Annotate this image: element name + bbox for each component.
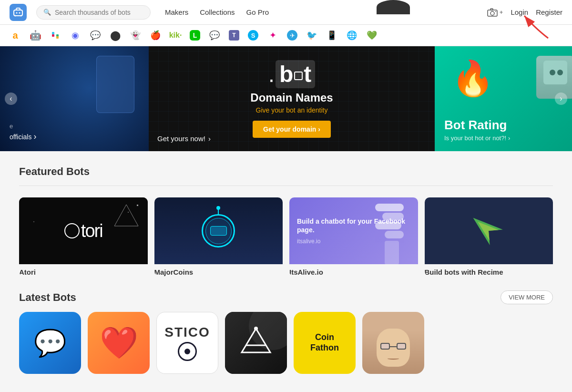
- slack-icon[interactable]: [50, 30, 61, 41]
- google-icon[interactable]: ⬤: [110, 30, 121, 41]
- web-icon[interactable]: 🌐: [346, 30, 358, 41]
- svg-point-2: [19, 12, 20, 13]
- logo[interactable]: [10, 4, 27, 21]
- latest-bot-5[interactable]: Coin Fathon: [294, 312, 356, 374]
- viber-icon[interactable]: 📱: [326, 30, 337, 41]
- banner-section: ‹ e officials › .bt Domain Names Give yo…: [0, 46, 572, 151]
- banner-left-text[interactable]: officials ›: [10, 132, 36, 142]
- camera-icon[interactable]: +: [487, 8, 503, 17]
- search-icon: 🔍: [43, 9, 51, 16]
- latest-bots-header: Latest Bots VIEW MORE: [19, 290, 553, 304]
- view-more-button[interactable]: VIEW MORE: [500, 290, 553, 304]
- latest-bots-title: Latest Bots: [19, 291, 76, 304]
- svg-rect-3: [16, 8, 20, 10]
- svg-point-4: [15, 15, 16, 16]
- featured-bots-title: Featured Bots: [19, 165, 553, 178]
- bot-name-itsalive: ItsAlive.io: [289, 268, 418, 276]
- amazon-icon[interactable]: a: [10, 30, 21, 41]
- search-input[interactable]: [55, 9, 143, 16]
- bot-name-majorcoins: MajorCoins: [154, 268, 283, 276]
- bot3-text: STICO: [164, 325, 210, 340]
- get-domain-button[interactable]: Get your domain ›: [253, 121, 331, 138]
- logo-icon: [10, 4, 27, 21]
- main-nav: Makers Collections Go Pro: [165, 8, 269, 16]
- register-button[interactable]: Register: [536, 8, 562, 16]
- svg-rect-0: [14, 10, 22, 16]
- carousel-next-button[interactable]: ›: [555, 93, 567, 105]
- search-bar[interactable]: 🔍: [36, 5, 151, 20]
- svg-point-1: [16, 12, 18, 13]
- banner-right-title: Bot Rating: [444, 118, 562, 133]
- bot2-icon: ❤️: [100, 325, 138, 361]
- line-icon[interactable]: L: [190, 30, 200, 41]
- featured-bot-itsalive[interactable]: Build a chatbot for your Facebook page. …: [289, 197, 418, 276]
- banner-left[interactable]: ‹ e officials ›: [0, 46, 149, 151]
- featured-bots-grid: tori Atori MajorCoins: [19, 197, 553, 276]
- svg-marker-15: [114, 205, 138, 226]
- latest-bot-6[interactable]: [362, 312, 424, 374]
- wechat-icon[interactable]: 💚: [366, 30, 378, 41]
- kik-icon[interactable]: kik·: [170, 30, 181, 41]
- bot5-text-fathon: Fathon: [310, 343, 339, 353]
- splunk-icon[interactable]: ✦: [267, 30, 278, 41]
- bot5-text-coin: Coin: [310, 332, 339, 343]
- featured-bot-recime[interactable]: Build bots with Recime: [425, 197, 553, 276]
- latest-bot-1[interactable]: 💬: [19, 312, 81, 374]
- banner-center-subtitle: Give your bot an identity: [158, 106, 425, 114]
- bot1-icon: 💬: [34, 328, 67, 359]
- svg-point-7: [490, 11, 494, 15]
- itsalive-build-text: Build a chatbot for your Facebook page.: [297, 217, 410, 234]
- nav-collections[interactable]: Collections: [200, 8, 235, 16]
- discord-icon[interactable]: ◉: [70, 30, 81, 41]
- svg-rect-12: [52, 32, 54, 34]
- latest-bot-2[interactable]: ❤️: [88, 312, 150, 374]
- android-icon[interactable]: 🤖: [30, 30, 41, 41]
- nav-go-pro[interactable]: Go Pro: [246, 8, 269, 16]
- svg-marker-17: [478, 220, 500, 242]
- latest-bots-grid: 💬 ❤️ STICO Coi: [19, 312, 553, 374]
- bot-domain-logo: .bt: [158, 60, 425, 88]
- banner-right-subtitle: Is your bot hot or not?! ›: [444, 134, 562, 142]
- main-content: Featured Bots tori Atori: [10, 165, 562, 374]
- svg-point-5: [20, 15, 22, 16]
- svg-point-9: [495, 11, 496, 12]
- twitter-icon[interactable]: 🐦: [306, 30, 317, 41]
- latest-bot-4[interactable]: [225, 312, 287, 374]
- svg-rect-8: [490, 9, 493, 10]
- nav-makers[interactable]: Makers: [165, 8, 188, 16]
- telegram-icon[interactable]: ✈: [287, 30, 297, 41]
- carousel-prev-button[interactable]: ‹: [5, 93, 17, 105]
- login-button[interactable]: Login: [511, 8, 528, 16]
- teams-icon[interactable]: T: [229, 30, 239, 41]
- banner-center: .bt Domain Names Give your bot an identi…: [149, 46, 435, 151]
- bot4-logo: [237, 324, 275, 362]
- banner-right[interactable]: › 🔥 Bot Rating Is your bot hot or not?! …: [435, 46, 572, 151]
- itsalive-url: itsalive.io: [297, 238, 320, 245]
- fire-icon: 🔥: [451, 58, 494, 99]
- bot-name-recime: Build bots with Recime: [425, 268, 553, 276]
- header-right: + Login Register: [487, 8, 562, 17]
- bot3-circle: [178, 342, 197, 361]
- ghost-icon[interactable]: 👻: [130, 30, 141, 41]
- bot-name-atori: Atori: [19, 268, 148, 276]
- latest-bot-3[interactable]: STICO: [156, 312, 218, 374]
- svg-rect-14: [56, 36, 59, 39]
- featured-bot-majorcoins[interactable]: MajorCoins: [154, 197, 283, 276]
- header: 🔍 Makers Collections Go Pro + Login Regi…: [0, 0, 572, 25]
- chat-icon[interactable]: 💬: [90, 30, 101, 41]
- featured-divider: [19, 186, 553, 186]
- svg-point-18: [254, 327, 258, 330]
- featured-bot-atori[interactable]: tori Atori: [19, 197, 148, 276]
- apple-icon[interactable]: 🍎: [150, 30, 161, 41]
- banner-center-title: Domain Names: [158, 91, 425, 104]
- skype-icon[interactable]: S: [248, 30, 258, 41]
- platform-bar: a 🤖 ◉ 💬 ⬤ 👻 🍎 kik· L 💬 T S ✦ ✈ 🐦 📱 🌐 💚: [0, 25, 572, 46]
- svg-rect-11: [52, 34, 54, 37]
- messenger-icon[interactable]: 💬: [209, 30, 220, 41]
